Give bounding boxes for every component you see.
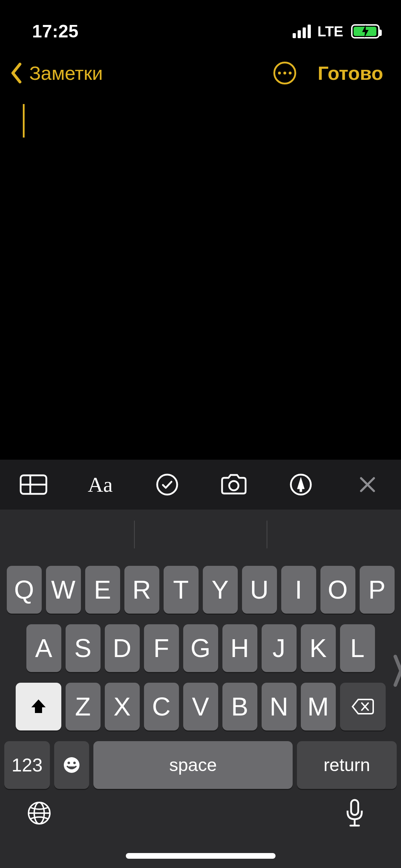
table-button[interactable]: [0, 460, 67, 510]
backspace-icon: [351, 698, 375, 715]
markup-button[interactable]: [267, 460, 334, 510]
key-b[interactable]: B: [222, 683, 257, 730]
close-toolbar-button[interactable]: [334, 460, 401, 510]
key-i[interactable]: I: [281, 566, 316, 614]
key-a[interactable]: A: [26, 624, 61, 672]
status-bar: 17:25 LTE: [0, 0, 401, 50]
key-c[interactable]: C: [144, 683, 179, 730]
key-y[interactable]: Y: [203, 566, 238, 614]
text-format-button[interactable]: Aa: [67, 460, 134, 510]
key-x[interactable]: X: [105, 683, 140, 730]
back-label: Заметки: [29, 62, 103, 84]
svg-point-4: [229, 481, 238, 490]
done-button[interactable]: Готово: [318, 62, 383, 84]
navigation-bar: Заметки Готово: [0, 50, 401, 96]
key-n[interactable]: N: [262, 683, 297, 730]
key-d[interactable]: D: [105, 624, 140, 672]
status-time: 17:25: [32, 21, 78, 42]
pen-circle-icon: [289, 473, 312, 496]
key-row-1: Q W E R T Y U I O P: [4, 566, 397, 614]
network-label: LTE: [317, 24, 343, 40]
key-e[interactable]: E: [85, 566, 120, 614]
note-editor[interactable]: [0, 96, 401, 460]
key-k[interactable]: K: [301, 624, 336, 672]
prediction-separator: [134, 521, 135, 548]
text-cursor: [23, 104, 25, 138]
shift-icon: [29, 697, 48, 716]
prediction-separator: [267, 521, 267, 548]
status-right: LTE: [293, 24, 380, 40]
space-key[interactable]: space: [93, 741, 293, 789]
key-g[interactable]: G: [183, 624, 218, 672]
camera-icon: [220, 474, 248, 496]
checkmark-circle-icon: [156, 473, 179, 496]
key-t[interactable]: T: [164, 566, 199, 614]
cellular-signal-icon: [293, 25, 311, 38]
svg-rect-6: [300, 488, 302, 492]
delete-key[interactable]: [340, 683, 386, 730]
keyboard: Q W E R T Y U I O P A S D F G H J K L: [0, 510, 401, 868]
svg-point-9: [73, 762, 76, 764]
checklist-button[interactable]: [134, 460, 201, 510]
format-toolbar: Aa: [0, 460, 401, 510]
key-h[interactable]: H: [222, 624, 257, 672]
key-l[interactable]: L: [340, 624, 375, 672]
key-row-4: 123 space return: [4, 741, 397, 789]
chevron-left-icon: [7, 61, 25, 86]
battery-icon: [351, 24, 380, 38]
globe-icon: [26, 800, 52, 826]
table-icon: [20, 474, 47, 495]
key-row-2: A S D F G H J K L: [4, 624, 397, 672]
keyboard-swipe-handle[interactable]: [393, 653, 401, 696]
svg-point-7: [64, 757, 79, 773]
shift-key[interactable]: [16, 683, 61, 730]
more-options-button[interactable]: [273, 62, 296, 84]
key-v[interactable]: V: [183, 683, 218, 730]
key-r[interactable]: R: [124, 566, 159, 614]
key-w[interactable]: W: [46, 566, 81, 614]
home-indicator[interactable]: [126, 853, 276, 859]
prediction-bar[interactable]: [0, 510, 401, 559]
aa-icon: Aa: [88, 472, 113, 497]
charging-bolt-icon: [361, 25, 370, 38]
dot-icon: [283, 72, 286, 74]
return-key[interactable]: return: [297, 741, 397, 789]
dictation-key[interactable]: [340, 799, 369, 827]
key-q[interactable]: Q: [7, 566, 42, 614]
emoji-key[interactable]: [54, 741, 89, 789]
keyboard-dock: [0, 789, 401, 860]
dot-icon: [278, 72, 281, 74]
microphone-icon: [345, 799, 365, 828]
key-m[interactable]: M: [301, 683, 336, 730]
numbers-key[interactable]: 123: [4, 741, 50, 789]
key-row-3: Z X C V B N M: [4, 683, 397, 730]
svg-point-3: [157, 475, 177, 495]
camera-button[interactable]: [201, 460, 268, 510]
back-button[interactable]: Заметки: [7, 61, 103, 86]
key-p[interactable]: P: [360, 566, 395, 614]
key-s[interactable]: S: [66, 624, 101, 672]
close-icon: [358, 475, 377, 494]
key-j[interactable]: J: [262, 624, 297, 672]
emoji-icon: [62, 756, 81, 774]
svg-rect-13: [351, 800, 358, 815]
key-z[interactable]: Z: [66, 683, 101, 730]
key-o[interactable]: O: [320, 566, 355, 614]
dot-icon: [289, 72, 292, 74]
globe-key[interactable]: [25, 799, 53, 827]
svg-point-8: [68, 762, 70, 764]
key-f[interactable]: F: [144, 624, 179, 672]
key-u[interactable]: U: [242, 566, 277, 614]
